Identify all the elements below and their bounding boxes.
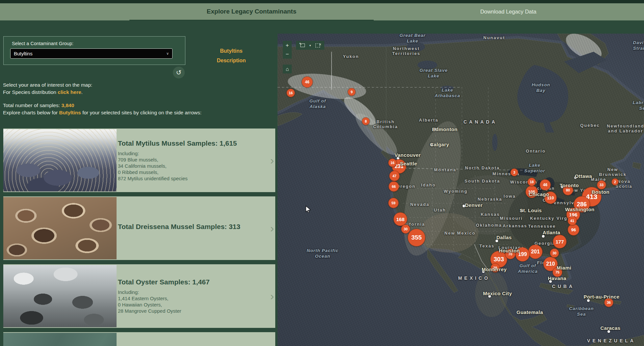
city-dot [587,299,590,302]
sample-cluster-marker[interactable]: 177 [553,235,566,248]
card-next-arrow[interactable]: › [270,196,274,260]
zoom-out-button[interactable]: − [283,50,292,59]
card-next-arrow[interactable]: › [270,264,274,328]
sample-card[interactable]: Total Dreissena Mussel Samples: 313› [3,196,275,260]
butyltins-description-link[interactable]: Butyltins Description [207,46,255,65]
total-samples-line: Total number of samples: 3,840 [3,102,201,109]
city-dot [434,128,436,130]
city-dot [561,186,563,188]
city-dot [482,270,485,273]
description-link-line1: Butyltins [207,46,255,56]
chevron-down-icon: ∨ [166,51,169,56]
sample-cluster-marker[interactable]: 70 [505,249,515,259]
card-details: Including:1,414 Eastern Oysters,0 Hawaii… [118,289,263,314]
clear-x-icon: × [319,42,321,46]
sample-card[interactable]: Total Mytilus Mussel Samples: 1,615Inclu… [3,129,275,192]
tab-download-label: Download Legacy Data [480,9,537,15]
card-text [118,332,263,346]
sample-cluster-marker[interactable]: 16 [389,159,396,167]
sample-cluster-marker[interactable]: 30 [550,249,559,257]
city-dot [496,240,498,242]
area-line2: For Species distribution click here. [3,89,92,96]
main-area: Select a Contaminant Group: Butyltins ∨ … [0,20,644,346]
sample-cluster-marker[interactable]: 46 [540,180,550,190]
reset-icon: ↺ [176,69,182,76]
top-accent-bar [0,0,644,3]
sample-cluster-marker[interactable]: 46 [302,77,312,87]
sample-cluster-marker[interactable]: 9 [348,88,355,96]
sample-cluster-marker[interactable]: 96 [568,224,579,235]
tab-explore-legacy-contaminants[interactable]: Explore Legacy Contaminants [129,3,374,20]
contaminant-group-value: Butyltins [14,51,33,56]
zoom-control: + − [283,41,292,59]
contaminant-group-box: Select a Contaminant Group: Butyltins ∨ [3,36,185,65]
card-title: Total Dreissena Mussel Samples: 313 [118,223,263,231]
sample-cluster-marker[interactable]: 80 [563,185,573,195]
card-text: Total Dreissena Mussel Samples: 313 [118,196,263,260]
mussels-on-rock-image [3,129,117,191]
reset-button[interactable]: ↺ [173,67,185,78]
sample-cluster-marker[interactable]: 30 [401,225,410,233]
tab-explore-label: Explore Legacy Contaminants [207,8,296,15]
sample-cluster-marker[interactable]: 110 [545,192,556,204]
sample-card[interactable]: Total Oyster Samples: 1,467Including:1,4… [3,264,275,328]
tab-download-legacy-data[interactable]: Download Legacy Data [462,3,554,20]
sample-cluster-marker[interactable]: 201 [528,245,542,259]
area-instructions: Select your area of interest on the map:… [3,81,92,96]
sample-cluster-marker[interactable]: 355 [408,229,425,246]
sample-cluster-marker[interactable]: 66 [389,182,399,191]
explore-charts-line: Explore charts below for Butyltins for y… [3,109,201,116]
city-dot [574,176,577,179]
city-dot [488,295,491,298]
area-line1: Select your area of interest on the map: [3,81,92,89]
sample-cluster-marker[interactable]: 47 [389,171,399,181]
description-link-line2: Description [207,56,255,65]
sample-cluster-marker[interactable]: 199 [516,247,529,261]
city-dot [463,205,465,207]
zoom-in-button[interactable]: + [283,41,292,50]
home-icon: ⌂ [286,66,289,72]
city-dot [549,280,552,283]
card-title: Total Oyster Samples: 1,467 [118,278,263,286]
total-samples-value: 3,840 [61,102,74,108]
sample-cluster-marker[interactable]: 2 [612,179,618,185]
sample-card[interactable] [3,332,275,346]
card-details: Including:709 Blue mussels,34 California… [118,150,263,182]
sample-cluster-marker[interactable]: 36 [604,298,613,307]
city-dot [521,210,523,212]
chevron-down-icon: ▾ [309,44,311,47]
select-tool-dropdown-button[interactable]: ▾ [308,41,313,50]
sample-cluster-marker[interactable]: 3 [511,169,518,176]
sample-cluster-marker[interactable]: 29 [491,264,499,272]
city-dot [607,330,610,333]
sample-cluster-marker[interactable]: 18 [528,178,536,186]
card-next-arrow[interactable]: › [270,129,274,192]
header-nav: Explore Legacy Contaminants Download Leg… [0,3,644,20]
explore-group-name: Butyltins [59,110,81,115]
sample-cluster-marker[interactable]: 33 [597,181,606,189]
home-button[interactable]: ⌂ [283,65,292,73]
species-distribution-link[interactable]: click here [58,89,81,95]
rectangle-select-button[interactable]: ↖ [298,41,308,50]
clear-selection-button[interactable]: × [313,41,323,50]
contaminant-group-label: Select a Contaminant Group: [12,41,73,46]
card-text: Total Mytilus Mussel Samples: 1,615Inclu… [118,129,263,192]
oyster-bed-image [3,265,117,327]
dreissena-shells-image [3,197,117,259]
sample-cluster-marker[interactable]: 168 [394,213,407,226]
map[interactable]: YukonNorthwest TerritoriesNunavutBritish… [278,34,644,346]
app-root: Explore Legacy Contaminants Download Leg… [0,0,644,346]
card-title: Total Mytilus Mussel Samples: 1,615 [118,139,263,147]
sample-cluster-marker[interactable]: 75 [553,268,562,277]
sample-cluster-marker[interactable]: 105 [526,186,538,198]
sample-cluster-marker[interactable]: 41 [568,216,577,225]
card-text: Total Oyster Samples: 1,467Including:1,4… [118,264,263,328]
select-cursor-icon: ↖ [299,42,302,46]
contaminant-group-select[interactable]: Butyltins ∨ [10,48,173,59]
water-image [3,333,117,346]
sample-cluster-marker[interactable]: 8 [362,118,369,125]
sample-cluster-marker[interactable]: 59 [389,198,398,208]
city-dot [430,143,433,146]
city-dot [542,235,545,238]
sample-cluster-marker[interactable]: 16 [287,89,295,97]
